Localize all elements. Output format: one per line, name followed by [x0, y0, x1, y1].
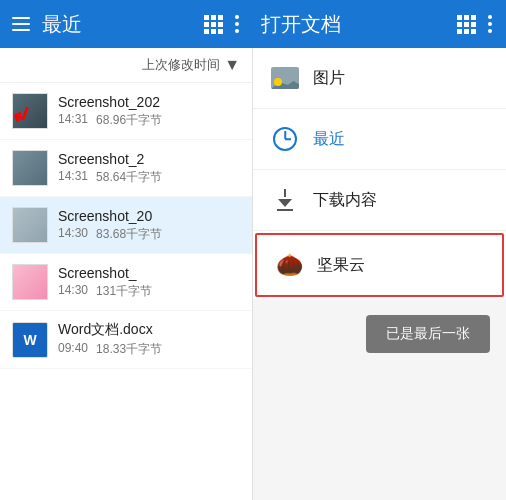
list-item[interactable]: Screenshot_20 14:30 83.68千字节 — [0, 197, 252, 254]
file-info: Word文档.docx 09:40 18.33千字节 — [58, 321, 240, 358]
menu-list: 图片 最近 — [253, 48, 506, 299]
file-meta: 14:30 83.68千字节 — [58, 226, 240, 243]
file-name: Screenshot_202 — [58, 94, 240, 110]
file-size: 58.64千字节 — [96, 169, 162, 186]
file-thumbnail — [12, 207, 48, 243]
grid-view-icon[interactable] — [204, 15, 223, 34]
list-item[interactable]: W Word文档.docx 09:40 18.33千字节 — [0, 311, 252, 369]
sort-bar[interactable]: 上次修改时间 ▼ — [0, 48, 252, 83]
file-info: Screenshot_202 14:31 68.96千字节 — [58, 94, 240, 129]
list-item[interactable]: Screenshot_ 14:30 131千字节 — [0, 254, 252, 311]
right-panel-header: 打开文档 — [253, 0, 506, 48]
file-meta: 14:31 58.64千字节 — [58, 169, 240, 186]
main-content: ↱ 上次修改时间 ▼ Screenshot_202 14:31 — [0, 48, 506, 500]
file-name: Screenshot_20 — [58, 208, 240, 224]
top-bar: 最近 打开文档 — [0, 0, 506, 48]
menu-label-images: 图片 — [313, 68, 345, 89]
right-grid-view-icon[interactable] — [457, 15, 476, 34]
file-time: 14:31 — [58, 169, 88, 186]
file-name: Screenshot_2 — [58, 151, 240, 167]
clock-icon — [269, 123, 301, 155]
file-info: Screenshot_2 14:31 58.64千字节 — [58, 151, 240, 186]
file-thumbnail — [12, 264, 48, 300]
file-name: Word文档.docx — [58, 321, 240, 339]
menu-item-images[interactable]: 图片 — [253, 48, 506, 109]
file-thumbnail: W — [12, 322, 48, 358]
download-icon — [269, 184, 301, 216]
file-time: 14:30 — [58, 283, 88, 300]
menu-label-recent: 最近 — [313, 129, 345, 150]
menu-label-nutstore: 坚果云 — [317, 255, 365, 276]
image-icon — [269, 62, 301, 94]
hamburger-menu[interactable] — [8, 13, 34, 35]
menu-label-downloads: 下载内容 — [313, 190, 377, 211]
end-button-container: 已是最后一张 — [253, 299, 506, 369]
left-panel-header: 最近 — [0, 0, 253, 48]
file-size: 18.33千字节 — [96, 341, 162, 358]
right-more-icon[interactable] — [482, 13, 498, 35]
left-panel: ↱ 上次修改时间 ▼ Screenshot_202 14:31 — [0, 48, 253, 500]
nutstore-icon: 🌰 — [273, 249, 305, 281]
menu-item-nutstore[interactable]: 🌰 坚果云 — [255, 233, 504, 297]
file-time: 09:40 — [58, 341, 88, 358]
file-info: Screenshot_ 14:30 131千字节 — [58, 265, 240, 300]
file-meta: 14:31 68.96千字节 — [58, 112, 240, 129]
end-button[interactable]: 已是最后一张 — [366, 315, 490, 353]
file-info: Screenshot_20 14:30 83.68千字节 — [58, 208, 240, 243]
left-panel-title: 最近 — [42, 11, 204, 38]
right-panel: 图片 最近 — [253, 48, 506, 500]
file-list: Screenshot_202 14:31 68.96千字节 Screenshot… — [0, 83, 252, 369]
list-item[interactable]: Screenshot_202 14:31 68.96千字节 — [0, 83, 252, 140]
left-more-icon[interactable] — [229, 13, 245, 35]
file-size: 68.96千字节 — [96, 112, 162, 129]
file-thumbnail — [12, 150, 48, 186]
file-time: 14:31 — [58, 112, 88, 129]
file-name: Screenshot_ — [58, 265, 240, 281]
file-size: 131千字节 — [96, 283, 152, 300]
menu-item-downloads[interactable]: 下载内容 — [253, 170, 506, 231]
file-meta: 09:40 18.33千字节 — [58, 341, 240, 358]
file-meta: 14:30 131千字节 — [58, 283, 240, 300]
app-container: 最近 打开文档 — [0, 0, 506, 500]
menu-item-recent[interactable]: 最近 — [253, 109, 506, 170]
right-panel-title: 打开文档 — [261, 11, 457, 38]
list-item[interactable]: Screenshot_2 14:31 58.64千字节 — [0, 140, 252, 197]
file-time: 14:30 — [58, 226, 88, 243]
sort-label: 上次修改时间 — [142, 56, 220, 74]
file-thumbnail — [12, 93, 48, 129]
file-size: 83.68千字节 — [96, 226, 162, 243]
sort-arrow-icon: ▼ — [224, 56, 240, 74]
